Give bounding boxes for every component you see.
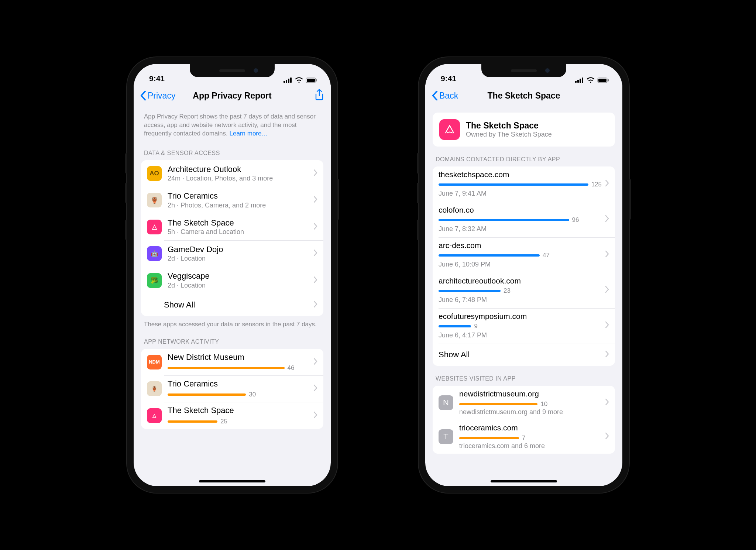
activity-value: 30: [249, 391, 256, 398]
svg-rect-5: [307, 79, 315, 82]
network-row[interactable]: 🏺 Trio Ceramics 30: [141, 375, 323, 402]
domain-bar: [439, 254, 540, 257]
domain-bar: [439, 183, 588, 186]
chevron-right-icon: [605, 180, 609, 188]
app-name: New District Museum: [168, 353, 310, 362]
back-label: Privacy: [148, 91, 175, 101]
domain-value: 47: [543, 252, 550, 259]
app-name: The Sketch Space: [168, 406, 310, 415]
domain-row[interactable]: architectureoutlook.com 23 June 6, 7:48 …: [433, 273, 615, 308]
activity-bar: [168, 367, 285, 369]
domain-name: thesketchspace.com: [439, 170, 602, 179]
site-letter-icon: T: [439, 429, 453, 444]
chevron-right-icon: [605, 215, 609, 223]
app-icon: [439, 119, 460, 140]
domain-row[interactable]: arc-des.com 47 June 6, 10:09 PM: [433, 237, 615, 273]
home-indicator[interactable]: [491, 480, 557, 482]
activity-bar: [168, 393, 246, 396]
websites-list: N newdistrictmuseum.org 10 newdistrictmu…: [433, 386, 615, 454]
app-owner: Owned by The Sketch Space: [466, 131, 552, 138]
website-sub: trioceramics.com and 6 more: [459, 442, 602, 450]
domain-row[interactable]: ecofuturesymposium.com 9 June 6, 4:17 PM: [433, 308, 615, 344]
website-sub: newdistrictmuseum.org and 9 more: [459, 408, 602, 416]
app-access-summary: 2d · Location: [168, 255, 310, 262]
website-bar: [459, 437, 519, 439]
app-name: GameDev Dojo: [168, 245, 310, 254]
back-button[interactable]: Back: [432, 91, 458, 101]
app-name: Trio Ceramics: [168, 191, 310, 201]
svg-rect-0: [284, 81, 285, 83]
domain-row[interactable]: colofon.co 96 June 7, 8:32 AM: [433, 202, 615, 237]
chevron-right-icon: [605, 399, 609, 407]
site-letter-icon: N: [439, 395, 453, 410]
app-name: Trio Ceramics: [168, 379, 310, 389]
network-activity-list: NDM New District Museum 46 🏺 Trio Cerami…: [141, 349, 323, 429]
chevron-right-icon: [314, 412, 317, 420]
chevron-right-icon: [314, 250, 317, 258]
content-right: The Sketch Space Owned by The Sketch Spa…: [425, 106, 622, 486]
app-icon: AO: [147, 166, 162, 181]
chevron-right-icon: [314, 358, 317, 366]
learn-more-link[interactable]: Learn more…: [230, 130, 268, 137]
app-row[interactable]: AO Architecture Outlook 24m · Location, …: [141, 160, 323, 187]
domains-header: DOMAINS CONTACTED DIRECTLY BY APP: [433, 147, 615, 166]
website-row[interactable]: T trioceramics.com 7 trioceramics.com an…: [433, 420, 615, 454]
home-indicator[interactable]: [199, 480, 265, 482]
data-access-list: AO Architecture Outlook 24m · Location, …: [141, 160, 323, 316]
app-access-summary: 5h · Camera and Location: [168, 228, 310, 236]
activity-bar: [168, 420, 217, 423]
status-time: 9:41: [441, 74, 456, 83]
cellular-icon: [575, 78, 584, 83]
domain-value: 23: [504, 287, 511, 295]
websites-header: WEBSITES VISITED IN APP: [433, 366, 615, 386]
website-row[interactable]: N newdistrictmuseum.org 10 newdistrictmu…: [433, 386, 615, 420]
app-access-summary: 2d · Location: [168, 282, 310, 289]
phone-left: 9:41 Privacy App Privacy Report App Priv…: [127, 57, 337, 493]
domain-row[interactable]: thesketchspace.com 125 June 7, 9:41 AM: [433, 166, 615, 202]
chevron-right-icon: [314, 169, 317, 178]
battery-icon: [597, 78, 609, 83]
screen-right: 9:41 Back The Sketch Space The Sketch: [425, 64, 622, 486]
domain-time: June 7, 9:41 AM: [439, 190, 602, 197]
app-access-summary: 2h · Photos, Camera, and 2 more: [168, 202, 310, 209]
svg-rect-9: [580, 79, 581, 83]
status-icons: [575, 77, 609, 83]
app-name: Veggiscape: [168, 271, 310, 281]
content-left: App Privacy Report shows the past 7 days…: [134, 106, 331, 486]
wifi-icon: [295, 77, 303, 83]
activity-value: 46: [288, 364, 295, 372]
domain-time: June 6, 7:48 PM: [439, 296, 602, 304]
app-icon: NDM: [147, 355, 162, 369]
domain-time: June 6, 10:09 PM: [439, 261, 602, 268]
chevron-right-icon: [605, 433, 609, 441]
status-icons: [284, 77, 317, 83]
nav-bar: Back The Sketch Space: [425, 85, 622, 106]
app-row[interactable]: 🤖 GameDev Dojo 2d · Location: [141, 240, 323, 267]
network-row[interactable]: △ The Sketch Space 25: [141, 402, 323, 429]
chevron-right-icon: [605, 351, 609, 359]
domain-time: June 6, 4:17 PM: [439, 331, 602, 339]
show-all-button[interactable]: Show All: [141, 294, 323, 316]
app-icon: △: [147, 220, 162, 234]
chevron-right-icon: [314, 301, 317, 309]
app-name: The Sketch Space: [168, 218, 310, 228]
cellular-icon: [284, 78, 292, 83]
network-row[interactable]: NDM New District Museum 46: [141, 349, 323, 375]
show-all-button[interactable]: Show All: [433, 344, 615, 366]
website-name: trioceramics.com: [459, 423, 602, 432]
domain-name: ecofuturesymposium.com: [439, 312, 602, 321]
app-name: The Sketch Space: [466, 121, 552, 131]
app-row[interactable]: 🥦 Veggiscape 2d · Location: [141, 267, 323, 293]
chevron-left-icon: [140, 91, 146, 100]
activity-value: 25: [220, 418, 227, 425]
chevron-left-icon: [432, 91, 438, 100]
app-icon: 🏺: [147, 193, 162, 207]
back-button[interactable]: Privacy: [140, 91, 175, 101]
battery-icon: [306, 78, 317, 83]
app-row[interactable]: △ The Sketch Space 5h · Camera and Locat…: [141, 214, 323, 240]
app-row[interactable]: 🏺 Trio Ceramics 2h · Photos, Camera, and…: [141, 187, 323, 213]
domain-bar: [439, 325, 471, 327]
share-button[interactable]: [315, 89, 324, 102]
website-value: 7: [522, 434, 525, 442]
domain-time: June 7, 8:32 AM: [439, 225, 602, 233]
